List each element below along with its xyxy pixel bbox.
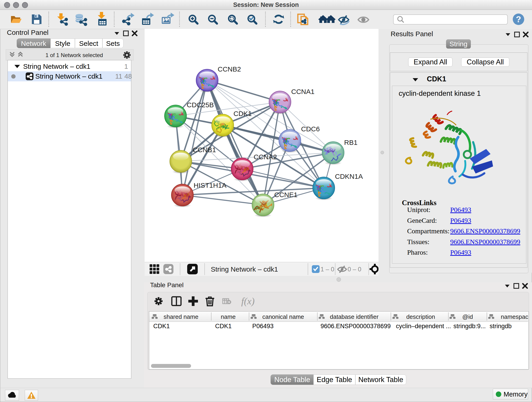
svg-text:description: description xyxy=(406,313,435,320)
svg-text:CCNA1: CCNA1 xyxy=(291,88,315,95)
svg-text:CDK1: CDK1 xyxy=(234,110,252,117)
svg-text:name: name xyxy=(221,313,235,320)
svg-text:RB1: RB1 xyxy=(344,139,357,146)
svg-text:1 – 0: 1 – 0 xyxy=(321,266,334,273)
svg-text:CCNA2: CCNA2 xyxy=(254,153,277,161)
svg-text:database identifier: database identifier xyxy=(330,313,379,320)
svg-text:canonical name: canonical name xyxy=(262,313,304,320)
svg-text:namespace: namespace xyxy=(501,313,528,320)
svg-text:0 – 0: 0 – 0 xyxy=(348,266,361,273)
svg-text:?: ? xyxy=(516,15,521,24)
svg-text:CDKN1A: CDKN1A xyxy=(335,172,363,180)
svg-text:HIST1H1A: HIST1H1A xyxy=(194,182,226,189)
svg-text:String Network – cdk1: String Network – cdk1 xyxy=(211,265,278,273)
svg-text:shared name: shared name xyxy=(164,313,198,320)
svg-text:CCNB2: CCNB2 xyxy=(218,65,241,73)
svg-text:CCNE1: CCNE1 xyxy=(274,191,298,198)
svg-text:@id: @id xyxy=(462,313,473,320)
svg-text:f(x): f(x) xyxy=(241,296,254,307)
svg-text:CDC25B: CDC25B xyxy=(187,101,214,109)
svg-text:CDC6: CDC6 xyxy=(301,125,320,133)
svg-text:CCNB1: CCNB1 xyxy=(193,146,216,153)
